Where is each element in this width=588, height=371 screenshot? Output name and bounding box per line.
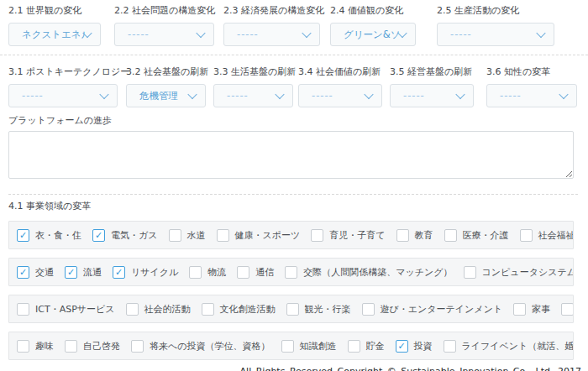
checkbox[interactable] (17, 303, 29, 316)
dropdown-value: ----- (115, 29, 150, 40)
checkbox-checked[interactable]: ✓ (92, 229, 105, 242)
checkbox-checked[interactable]: ✓ (396, 340, 408, 353)
checkbox[interactable] (281, 340, 294, 353)
checkbox[interactable] (285, 266, 297, 279)
checkbox[interactable] (513, 303, 526, 316)
checkbox[interactable] (348, 340, 360, 353)
checkbox-label: 健康・スポーツ (235, 229, 301, 242)
dropdown-value: ----- (224, 29, 259, 40)
checkbox-item[interactable]: 社会福祉 (520, 229, 574, 242)
dropdown-select[interactable]: ----- (114, 23, 214, 46)
checkbox-item[interactable]: 観光・行楽 (286, 303, 351, 316)
checkbox-label: 交際（人間関係構築、マッチング） (303, 266, 452, 279)
checkmark-icon: ✓ (19, 231, 27, 240)
checkbox-item[interactable]: 将来への投資（学位、資格） (131, 340, 270, 353)
checkbox-label: 知識創造 (300, 340, 337, 353)
checkbox-item[interactable]: 家事 (513, 303, 550, 316)
checkbox-item[interactable]: 趣味 (17, 340, 54, 353)
checkbox[interactable] (169, 229, 181, 242)
dropdown-select[interactable]: ----- (213, 84, 293, 107)
chevron-down-icon (302, 29, 311, 38)
dropdown-label: 2.5 生産活動の変化 (437, 5, 554, 17)
checkbox[interactable] (396, 229, 409, 242)
checkbox[interactable] (202, 303, 214, 316)
dropdown-select[interactable]: 危機管理 (126, 84, 206, 107)
checkbox-label: 遊び・エンターテインメント (381, 303, 503, 316)
dropdown-select[interactable]: ----- (223, 23, 320, 46)
dropdown-select[interactable]: ----- (437, 23, 554, 46)
dropdown-label: 2.3 経済発展の構造変化 (223, 5, 320, 17)
checkbox-label: 趣味 (35, 340, 54, 353)
checkbox-label: 通信 (255, 266, 274, 279)
checkbox-label: 医療・介護 (463, 229, 509, 242)
dropdown-field: 3.5 経営基盤の刷新----- (390, 66, 474, 107)
checkbox-row: ✓交通✓流通✓リサイクル物流通信交際（人間関係構築、マッチング）コンピュータシス… (8, 258, 574, 286)
checkbox[interactable] (65, 340, 77, 353)
checkbox-item[interactable]: 社会的活動 (126, 303, 191, 316)
checkbox-item[interactable]: 交際（人間関係構築、マッチング） (285, 266, 452, 279)
dropdown-value: ----- (214, 90, 249, 102)
checkbox-item[interactable]: 育児・子育て (311, 229, 385, 242)
checkbox-checked[interactable]: ✓ (113, 266, 125, 279)
dropdown-select[interactable]: ----- (8, 84, 118, 107)
dropdown-label: 3.2 社会基盤の刷新 (126, 66, 206, 78)
dropdown-select[interactable]: ----- (298, 84, 382, 107)
checkbox-item[interactable]: コンピュータシステム (464, 266, 574, 279)
checkbox-label: 社会的活動 (144, 303, 191, 316)
checkbox[interactable] (362, 303, 375, 316)
dropdown-select[interactable]: ----- (390, 84, 474, 107)
dropdown-field: 3.6 知性の変革----- (486, 66, 577, 107)
dropdown-label: 3.3 生活基盤の刷新 (213, 66, 293, 78)
checkbox-item[interactable]: 知識創造 (281, 340, 337, 353)
checkbox-item[interactable]: 水道 (169, 229, 206, 242)
checkbox-label: 教育 (415, 229, 433, 242)
checkbox[interactable] (286, 303, 299, 316)
dropdown-select[interactable]: ネクストエネル… (8, 23, 101, 46)
checkbox[interactable] (444, 229, 457, 242)
dropdown-field: 2.3 経済発展の構造変化----- (223, 5, 320, 46)
checkbox-item[interactable]: 遊び・エンターテインメント (362, 303, 503, 316)
checkbox-checked[interactable]: ✓ (17, 229, 29, 242)
checkbox-label: 育児・子育て (329, 229, 385, 242)
checkbox[interactable] (126, 303, 139, 316)
platform-progress-textarea[interactable] (8, 131, 574, 179)
checkbox[interactable] (561, 303, 574, 316)
checkbox-item[interactable]: 教育 (396, 229, 433, 242)
dropdown-select[interactable]: ----- (486, 84, 577, 107)
checkbox[interactable] (189, 266, 202, 279)
checkbox-item[interactable]: ✓電気・ガス (92, 229, 158, 242)
checkbox[interactable] (444, 340, 456, 353)
checkbox-item[interactable]: 通信 (237, 266, 274, 279)
checkbox-item[interactable]: 貯金 (348, 340, 385, 353)
checkbox-row: 趣味自己啓発将来への投資（学位、資格）知識創造貯金✓投資ライフイベント（就活、婚… (8, 332, 574, 360)
checkbox-item[interactable]: ✓投資 (396, 340, 433, 353)
checkbox[interactable] (311, 229, 323, 242)
dropdown-select[interactable]: グリーン&ソー… (330, 23, 416, 46)
checkbox-checked[interactable]: ✓ (17, 266, 29, 279)
checkbox[interactable] (237, 266, 249, 279)
checkbox-checked[interactable]: ✓ (65, 266, 77, 279)
checkbox-item[interactable]: 医療・介護 (444, 229, 509, 242)
checkbox-item[interactable]: ✓交通 (17, 266, 54, 279)
checkbox[interactable] (217, 229, 229, 242)
checkbox-item[interactable]: 物流 (189, 266, 226, 279)
checkbox-item[interactable]: ✓流通 (65, 266, 102, 279)
checkbox-item[interactable]: 自己啓発 (65, 340, 120, 353)
checkbox[interactable] (520, 229, 533, 242)
checkbox-item[interactable]: 文化創造活動 (202, 303, 276, 316)
checkbox-item[interactable]: ワーキング (561, 303, 574, 316)
checkbox-item[interactable]: ICT・ASPサービス (17, 303, 115, 316)
checkmark-icon: ✓ (397, 342, 405, 351)
dropdown-label: 2.1 世界観の変化 (8, 5, 101, 17)
checkbox-item[interactable]: ライフイベント（就活、婚活など） (444, 340, 574, 353)
checkbox-item[interactable]: ✓衣・食・住 (17, 229, 81, 242)
checkbox-item[interactable]: ✓リサイクル (113, 266, 178, 279)
checkbox[interactable] (131, 340, 144, 353)
copyright-text: All Rights Reserved Copyright © Sustaina… (8, 366, 581, 371)
checkbox[interactable] (17, 340, 29, 353)
checkbox[interactable] (464, 266, 476, 279)
checkbox-label: 観光・行楽 (305, 303, 351, 316)
checkbox-item[interactable]: 健康・スポーツ (217, 229, 301, 242)
checkbox-label: リサイクル (131, 266, 178, 279)
dropdown-field: 3.2 社会基盤の刷新危機管理 (126, 66, 206, 107)
